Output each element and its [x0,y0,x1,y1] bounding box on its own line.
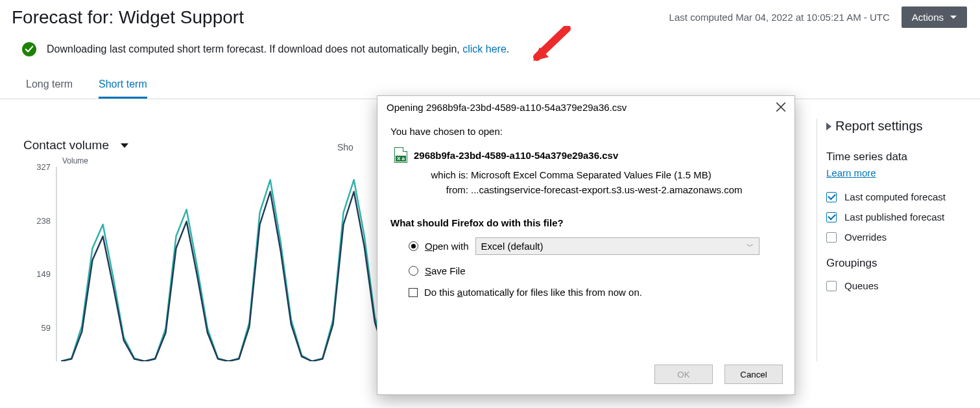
tab-short-term[interactable]: Short term [99,78,147,99]
save-file-label: Save File [425,265,466,276]
y-tick: 238 [25,215,51,225]
y-tick: 59 [25,322,51,332]
legend-fragment: Sho [337,142,353,152]
dialog-chosen-text: You have chosen to open: [390,126,782,137]
dialog-question: What should Firefox do with this file? [390,217,782,228]
checkbox-last-computed[interactable]: Last computed forecast [826,191,971,202]
which-is-value: Microsoft Excel Comma Separated Values F… [471,169,782,180]
download-dialog: Opening 2968b9fa-23bd-4589-a110-54a379e2… [377,95,795,395]
last-computed-text: Last computed Mar 04, 2022 at 10:05:21 A… [669,12,890,23]
checkbox-do-automatically[interactable]: Do this automatically for files like thi… [409,287,782,298]
which-is-label: which is: [422,169,468,180]
radio-open-with[interactable]: Open with Excel (default) ﹀ [409,237,782,255]
checkbox-icon [826,192,837,202]
chevron-down-icon [950,16,957,19]
cancel-button[interactable]: Cancel [724,365,783,384]
chevron-down-icon[interactable] [121,143,128,148]
from-value: ...castingservice-forecast-export.s3.us-… [471,184,782,195]
chevron-right-icon [826,123,831,130]
radio-save-file[interactable]: Save File [409,265,782,276]
success-banner: Downloading last computed short term for… [0,28,980,66]
y-tick: 327 [25,162,51,172]
open-with-select[interactable]: Excel (default) ﹀ [475,237,759,255]
checkbox-icon [826,212,837,222]
checkbox-icon [409,288,418,297]
page-header: Forecast for: Widget Support Last comput… [0,0,980,28]
auto-label: Do this automatically for files like thi… [424,287,642,298]
checkbox-queues[interactable]: Queues [826,280,971,291]
check-circle-icon [22,42,36,56]
checkbox-icon [826,232,837,243]
download-link[interactable]: click here [462,43,507,54]
excel-file-icon: X a [394,147,407,163]
report-settings-toggle[interactable]: Report settings [826,119,971,134]
checkbox-icon [826,281,837,291]
ok-button[interactable]: OK [654,365,713,384]
dialog-filename: 2968b9fa-23bd-4589-a110-54a379e29a36.csv [414,150,618,161]
checkbox-last-published[interactable]: Last published forecast [826,211,971,222]
dialog-title: Opening 2968b9fa-23bd-4589-a110-54a379e2… [387,102,775,113]
close-icon[interactable] [775,101,787,113]
chevron-down-icon: ﹀ [747,241,754,251]
report-settings-panel: Report settings Time series data Learn m… [817,119,980,361]
from-label: from: [422,184,468,195]
checkbox-overrides[interactable]: Overrides [826,232,971,243]
page-title: Forecast for: Widget Support [12,7,244,28]
radio-icon [409,266,418,276]
tab-long-term[interactable]: Long term [26,78,73,99]
banner-text: Downloading last computed short term for… [47,43,462,54]
y-tick: 149 [25,269,51,279]
radio-icon [409,241,418,251]
banner-text-tail: . [507,43,509,54]
learn-more-link[interactable]: Learn more [826,167,876,178]
time-series-heading: Time series data [826,150,971,163]
open-with-label: Open with [425,241,469,252]
actions-button[interactable]: Actions [902,6,967,28]
tabs: Long term Short term [0,66,980,99]
chart-title: Contact volume [23,138,109,152]
groupings-heading: Groupings [826,257,971,270]
actions-label: Actions [912,12,944,23]
